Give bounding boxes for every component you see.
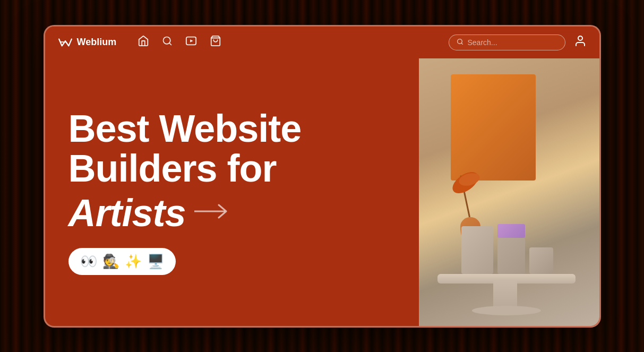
- emoji-monitor: 🖥️: [147, 253, 164, 270]
- block-tall: [461, 226, 493, 274]
- block-purple: [497, 224, 525, 238]
- emoji-sparkles: ✨: [125, 253, 142, 270]
- profile-icon[interactable]: [574, 35, 587, 50]
- arrow-icon: [194, 202, 231, 225]
- main-content: Best Website Builders for Artists 👀 🕵️: [45, 58, 599, 326]
- shop-icon[interactable]: [210, 35, 221, 49]
- nav-icons: [138, 35, 221, 49]
- search-nav-icon[interactable]: [162, 36, 173, 49]
- headline-line3: Artists: [68, 193, 186, 234]
- search-input[interactable]: [468, 38, 557, 47]
- headline-line3-row: Artists: [68, 193, 398, 234]
- weblium-logo-icon: [58, 37, 73, 48]
- hero-headline: Best Website Builders for Artists: [68, 109, 398, 234]
- logo[interactable]: Weblium: [58, 37, 117, 48]
- svg-line-6: [461, 43, 462, 44]
- block-small: [529, 247, 553, 274]
- block-medium: [497, 238, 525, 274]
- browser-card: Weblium: [44, 25, 601, 328]
- search-bar[interactable]: [449, 35, 565, 50]
- svg-line-1: [169, 43, 171, 45]
- svg-marker-3: [190, 39, 193, 42]
- home-icon[interactable]: [138, 35, 149, 49]
- art-scene: [419, 58, 599, 326]
- text-section: Best Website Builders for Artists 👀 🕵️: [45, 58, 419, 326]
- headline-line1: Best Website: [68, 109, 398, 149]
- emoji-pill[interactable]: 👀 🕵️ ✨ 🖥️: [68, 248, 176, 275]
- search-bar-icon: [457, 38, 463, 47]
- navbar: Weblium: [45, 27, 599, 58]
- hero-image-section: [419, 58, 599, 326]
- table-base: [472, 306, 541, 315]
- emoji-eyes: 👀: [80, 253, 97, 270]
- logo-text: Weblium: [77, 37, 117, 48]
- video-icon[interactable]: [185, 35, 197, 49]
- headline-line2: Builders for: [68, 149, 398, 189]
- svg-point-7: [578, 36, 582, 40]
- emoji-detective: 🕵️: [102, 253, 119, 270]
